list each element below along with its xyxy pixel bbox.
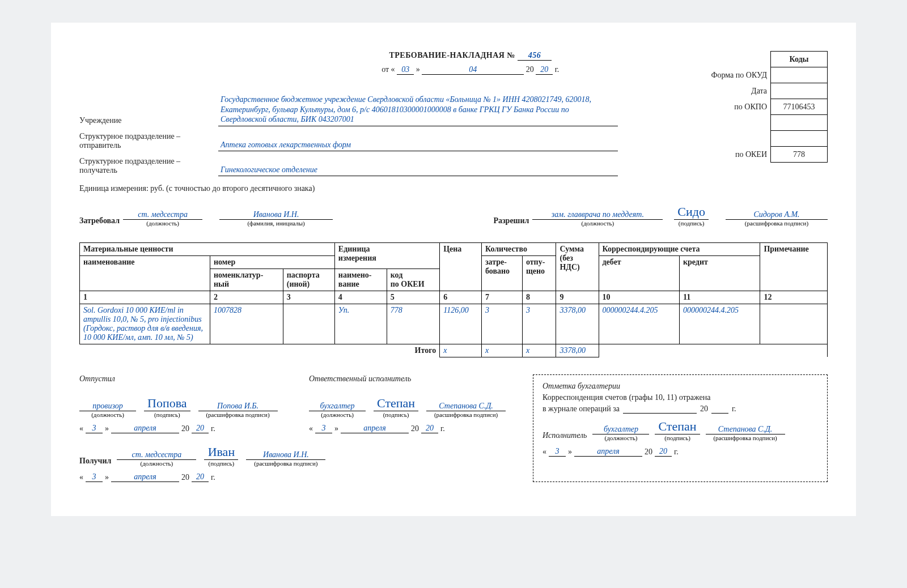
cell-debit: 000000244.4.205: [599, 304, 679, 344]
released-position: провизор: [79, 399, 136, 411]
released-position-sub: (должность): [91, 411, 124, 418]
column-numbers-row: 1 2 3 4 5 6 7 8 9 10 11 12: [80, 291, 828, 304]
exec-name: Степанова С.Д.: [706, 422, 785, 434]
received-day: 3: [86, 472, 103, 482]
responsible-name-sub: (расшифровка подписи): [434, 411, 498, 418]
codes-header: Коды: [771, 52, 828, 67]
approved-sign: Сидо: [674, 204, 709, 220]
approved-label: Разрешил: [493, 216, 529, 227]
released-month: апреля: [111, 424, 179, 433]
col-1: 1: [80, 291, 210, 304]
exec-name-sub: (расшифровка подписи): [713, 434, 777, 441]
responsible-name: Степанова С.Д.: [426, 399, 506, 411]
responsible-block: Ответственный исполнитель бухгалтер (дол…: [309, 374, 516, 433]
th-unit: Единица измерения: [334, 242, 439, 269]
footer-section: Отпустил провизор (должность) Попова (по…: [79, 374, 828, 482]
released-day: 3: [86, 424, 103, 433]
th-sum: Сумма (без НДС): [556, 242, 599, 291]
okei-value: 778: [771, 147, 828, 163]
cell-qty-rel: 3: [522, 304, 556, 344]
blank-code: [771, 115, 828, 131]
year-prefix: 20: [526, 65, 534, 74]
okpo-value: 77106453: [771, 99, 828, 115]
received-block: Получил ст. медсестра (должность) Иван (…: [79, 445, 516, 482]
th-name: наименование: [80, 255, 210, 291]
col-5: 5: [387, 291, 439, 304]
okpo-label: по ОКПО: [680, 99, 771, 115]
document-title: ТРЕБОВАНИЕ-НАКЛАДНАЯ № 456: [261, 51, 680, 61]
approved-sign-sub: (подпись): [679, 220, 705, 227]
received-name: Иванова И.Н.: [246, 448, 325, 460]
th-qty: Количество: [481, 242, 556, 255]
accounting-date: «3» апреля 2020 г.: [542, 447, 818, 457]
received-position: ст. медсестра: [117, 448, 196, 460]
released-block: Отпустил провизор (должность) Попова (по…: [79, 374, 286, 433]
receiver-label: Структурное подразделение – получатель: [79, 157, 218, 176]
cell-credit: 000000244.4.205: [679, 304, 760, 344]
exec-position: бухгалтер: [592, 422, 649, 434]
document-page: ТРЕБОВАНИЕ-НАКЛАДНАЯ № 456 от « 03 » 04 …: [51, 23, 856, 516]
responsible-sign-sub: (подпись): [383, 411, 409, 418]
released-name-sub: (расшифровка подписи): [206, 411, 269, 418]
th-price: Цена: [440, 242, 482, 291]
th-materials: Материальные ценности: [80, 242, 335, 255]
accounting-month: апреля: [574, 447, 642, 457]
accounting-year-prefix: 20: [700, 404, 708, 414]
col-4: 4: [334, 291, 387, 304]
total-req: x: [481, 344, 522, 357]
unit-note: Единица измерения: руб. (с точностью до …: [79, 184, 828, 193]
total-label: Итого: [80, 344, 440, 357]
sender-label: Структурное подразделение – отправитель: [79, 132, 218, 151]
okud-value: [771, 67, 828, 83]
year-suffix: г.: [555, 65, 560, 74]
responsible-position: бухгалтер: [309, 399, 366, 411]
col-10: 10: [599, 291, 679, 304]
total-row: Итого x x x 3378,00: [80, 344, 828, 357]
sender-value: Аптека готовых лекарственных форм: [218, 140, 618, 151]
released-year: 20: [192, 424, 209, 433]
responsible-day: 3: [315, 424, 332, 433]
th-number: номер: [210, 255, 335, 269]
exec-sign: Степан: [655, 419, 700, 434]
received-month: апреля: [111, 472, 179, 482]
responsible-month: апреля: [341, 424, 409, 433]
cell-nomnum: 1007828: [210, 304, 283, 344]
accounting-journal: [623, 413, 697, 414]
request-approve-row: Затребовал ст. медсестра (должность) Ива…: [79, 204, 828, 227]
received-sign-sub: (подпись): [209, 460, 235, 467]
doc-number: 456: [518, 51, 552, 61]
title-text: ТРЕБОВАНИЕ-НАКЛАДНАЯ №: [389, 51, 515, 59]
accounting-year: 20: [655, 447, 672, 457]
received-name-sub: (расшифровка подписи): [254, 460, 317, 467]
date-code-value: [771, 83, 828, 99]
th-nomnum: номенклатур- ный: [210, 269, 283, 291]
col-8: 8: [522, 291, 556, 304]
released-date: «3» апреля 2020 г.: [79, 424, 286, 433]
cell-price: 1126,00: [440, 304, 482, 344]
received-label: Получил: [79, 457, 111, 467]
date-month: 04: [422, 65, 524, 75]
th-credit: кредит: [679, 255, 760, 291]
responsible-sign: Степан: [374, 396, 418, 411]
close-quote: »: [416, 65, 420, 74]
responsible-year: 20: [421, 424, 438, 433]
approved-position: зам. главврача по меддеят.: [532, 207, 663, 220]
th-accounts: Корреспондирующие счета: [599, 242, 760, 255]
date-line: от « 03 » 04 20 20 г.: [261, 65, 680, 75]
th-note: Примечание: [760, 242, 828, 291]
th-passport: паспорта (иной): [283, 269, 334, 291]
blank-code-2: [771, 131, 828, 147]
table-row: Sol. Gordoxi 10 000 КИЕ/ml in ampullis 1…: [80, 304, 828, 344]
received-sign: Иван: [204, 445, 238, 460]
th-unit-name: наимено- вание: [334, 269, 387, 291]
th-released: отпу- щено: [522, 255, 556, 291]
exec-sign-sub: (подпись): [664, 434, 690, 441]
approved-name-sub: (расшифровка подписи): [745, 220, 808, 227]
col-9: 9: [556, 291, 599, 304]
okei-label: по ОКЕИ: [680, 147, 771, 163]
date-day: 03: [397, 65, 414, 75]
released-sign: Попова: [144, 396, 190, 411]
responsible-position-sub: (должность): [321, 411, 354, 418]
responsible-date: «3» апреля 2020 г.: [309, 424, 516, 433]
exec-label: Исполнитель: [542, 431, 587, 441]
